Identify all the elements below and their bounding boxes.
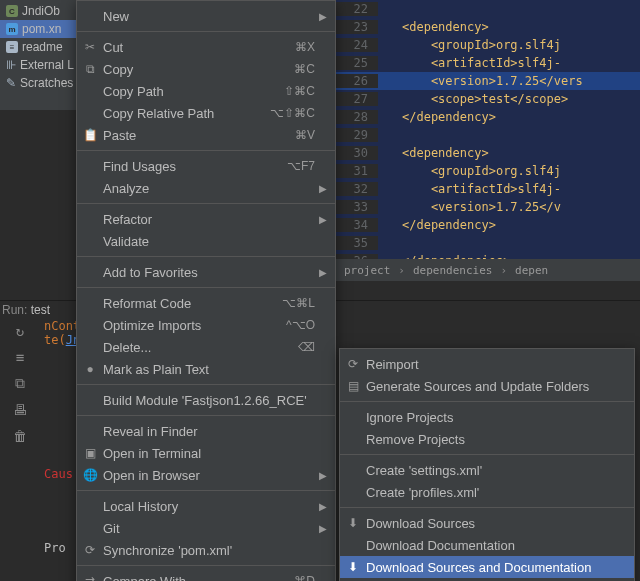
separator (77, 490, 335, 491)
menu-add-to-favorites[interactable]: Add to Favorites▶ (77, 261, 335, 283)
maven-submenu[interactable]: ⟳Reimport▤Generate Sources and Update Fo… (339, 348, 635, 581)
context-menu[interactable]: New▶✂Cut⌘X⧉Copy⌘CCopy Path⇧⌘CCopy Relati… (76, 0, 336, 581)
shortcut: ⌥F7 (257, 159, 315, 173)
code-text: <groupId>org.slf4j (378, 38, 561, 52)
compare-with--icon: ⇄ (83, 574, 97, 581)
download-sources-icon: ⬇ (346, 516, 360, 530)
maven-create-profiles-xml[interactable]: Create 'profiles.xml' (340, 481, 634, 503)
menu-label: Local History (103, 499, 178, 514)
menu-label: Mark as Plain Text (103, 362, 209, 377)
menu-new[interactable]: New▶ (77, 5, 335, 27)
trash-icon[interactable]: 🗑 (13, 428, 27, 444)
maven-reimport[interactable]: ⟳Reimport (340, 353, 634, 375)
menu-git[interactable]: Git▶ (77, 517, 335, 539)
menu-local-history[interactable]: Local History▶ (77, 495, 335, 517)
editor-line[interactable]: 26 <version>1.7.25</vers (336, 72, 640, 90)
menu-reveal-in-finder[interactable]: Reveal in Finder (77, 420, 335, 442)
editor-line[interactable]: 30<dependency> (336, 144, 640, 162)
menu-compare-with[interactable]: ⇄Compare With...⌘D (77, 570, 335, 581)
editor[interactable]: 2223<dependency>24 <groupId>org.slf4j25 … (336, 0, 640, 281)
menu-label: Ignore Projects (366, 410, 453, 425)
editor-line[interactable]: 33 <version>1.7.25</v (336, 198, 640, 216)
separator (340, 401, 634, 402)
code-text: <scope>test</scope> (378, 92, 568, 106)
file-pom[interactable]: mpom.xn (0, 20, 80, 38)
editor-line[interactable]: 35 (336, 234, 640, 252)
menu-find-usages[interactable]: Find Usages⌥F7 (77, 155, 335, 177)
menu-label: Reformat Code (103, 296, 191, 311)
menu-paste[interactable]: 📋Paste⌘V (77, 124, 335, 146)
menu-open-in-terminal[interactable]: ▣Open in Terminal (77, 442, 335, 464)
menu-open-in-browser[interactable]: 🌐Open in Browser▶ (77, 464, 335, 486)
menu-refactor[interactable]: Refactor▶ (77, 208, 335, 230)
separator (77, 415, 335, 416)
breadcrumb[interactable]: project› dependencies› depen (336, 259, 640, 281)
menu-label: Copy (103, 62, 133, 77)
editor-line[interactable]: 34</dependency> (336, 216, 640, 234)
breadcrumb-item[interactable]: dependencies (413, 264, 492, 277)
run-tab[interactable]: test (31, 303, 50, 317)
menu-label: Download Sources (366, 516, 475, 531)
external-libraries[interactable]: ⊪External L (0, 56, 80, 74)
separator (77, 150, 335, 151)
menu-label: Download Documentation (366, 538, 515, 553)
gutter: 28 (336, 110, 378, 124)
menu-delete[interactable]: Delete...⌫ (77, 336, 335, 358)
gutter: 34 (336, 218, 378, 232)
editor-line[interactable]: 24 <groupId>org.slf4j (336, 36, 640, 54)
gutter: 29 (336, 128, 378, 142)
editor-line[interactable]: 22 (336, 0, 640, 18)
editor-line[interactable]: 23<dependency> (336, 18, 640, 36)
separator (340, 454, 634, 455)
maven-create-settings-xml[interactable]: Create 'settings.xml' (340, 459, 634, 481)
scratches[interactable]: ✎Scratches (0, 74, 80, 92)
editor-line[interactable]: 27 <scope>test</scope> (336, 90, 640, 108)
maven-ignore-projects[interactable]: Ignore Projects (340, 406, 634, 428)
stop-icon[interactable]: ≡ (16, 349, 24, 365)
breadcrumb-item[interactable]: project (344, 264, 390, 277)
menu-copy-path[interactable]: Copy Path⇧⌘C (77, 80, 335, 102)
menu-label: Build Module 'Fastjson1.2.66_RCE' (103, 393, 307, 408)
open-in-terminal-icon: ▣ (83, 446, 97, 460)
maven-remove-projects[interactable]: Remove Projects (340, 428, 634, 450)
submenu-arrow-icon: ▶ (319, 214, 327, 225)
rerun-icon[interactable]: ↻ (16, 323, 24, 339)
menu-build-module-fastjson1-2-66-rce[interactable]: Build Module 'Fastjson1.2.66_RCE' (77, 389, 335, 411)
menu-synchronize-pom-xml[interactable]: ⟳Synchronize 'pom.xml' (77, 539, 335, 561)
menu-label: Reimport (366, 357, 419, 372)
maven-download-documentation[interactable]: Download Documentation (340, 534, 634, 556)
editor-line[interactable]: 32 <artifactId>slf4j- (336, 180, 640, 198)
shortcut: ⇧⌘C (254, 84, 315, 98)
editor-line[interactable]: 29 (336, 126, 640, 144)
menu-analyze[interactable]: Analyze▶ (77, 177, 335, 199)
menu-copy[interactable]: ⧉Copy⌘C (77, 58, 335, 80)
maven-download-sources[interactable]: ⬇Download Sources (340, 512, 634, 534)
menu-cut[interactable]: ✂Cut⌘X (77, 36, 335, 58)
shortcut: ^⌥O (256, 318, 315, 332)
editor-line[interactable]: 31 <groupId>org.slf4j (336, 162, 640, 180)
print-icon[interactable]: 🖶 (13, 402, 27, 418)
layout-icon[interactable]: ⧉ (15, 375, 25, 392)
menu-mark-as-plain-text[interactable]: ●Mark as Plain Text (77, 358, 335, 380)
menu-optimize-imports[interactable]: Optimize Imports^⌥O (77, 314, 335, 336)
maven-download-sources-and-documentation[interactable]: ⬇Download Sources and Documentation (340, 556, 634, 578)
generate-sources-and-update-folders-icon: ▤ (346, 379, 360, 393)
copy-icon: ⧉ (83, 62, 97, 76)
file-jndi[interactable]: CJndiOb (0, 2, 80, 20)
menu-label: Refactor (103, 212, 152, 227)
file-readme[interactable]: ≡readme (0, 38, 80, 56)
menu-label: Remove Projects (366, 432, 465, 447)
class-icon: C (6, 5, 18, 17)
code-text: <dependency> (378, 20, 489, 34)
editor-line[interactable]: 28</dependency> (336, 108, 640, 126)
breadcrumb-item[interactable]: depen (515, 264, 548, 277)
menu-reformat-code[interactable]: Reformat Code⌥⌘L (77, 292, 335, 314)
menu-copy-relative-path[interactable]: Copy Relative Path⌥⇧⌘C (77, 102, 335, 124)
menu-label: Add to Favorites (103, 265, 198, 280)
reimport-icon: ⟳ (346, 357, 360, 371)
maven-generate-sources-and-update-folders[interactable]: ▤Generate Sources and Update Folders (340, 375, 634, 397)
separator (77, 384, 335, 385)
menu-validate[interactable]: Validate (77, 230, 335, 252)
project-tree[interactable]: CJndiOb mpom.xn ≡readme ⊪External L ✎Scr… (0, 0, 80, 110)
editor-line[interactable]: 25 <artifactId>slf4j- (336, 54, 640, 72)
